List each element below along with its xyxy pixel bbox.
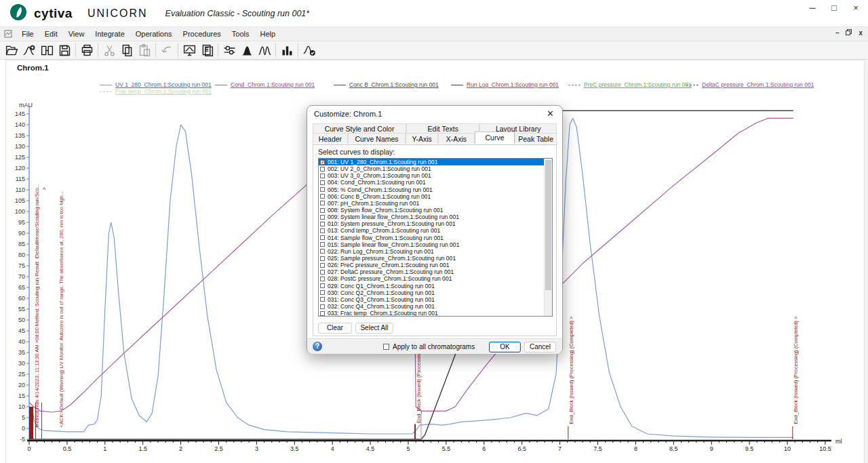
legend-label: Run Log_Chrom.1:Scouting run 001 <box>467 81 559 88</box>
curve-checkbox[interactable] <box>320 180 325 185</box>
curve-list-item[interactable]: 015: Sample linear flow_Chrom.1:Scouting… <box>319 241 552 248</box>
svg-text:0: 0 <box>27 445 31 452</box>
curve-checkbox[interactable] <box>320 290 325 295</box>
svg-text:100: 100 <box>15 208 25 215</box>
curve-list-item[interactable]: 007: pH_Chrom.1:Scouting run 001 <box>319 200 552 207</box>
dialog-title: Customize: Chrom.1 <box>307 106 562 122</box>
curve-checkbox[interactable] <box>320 208 325 213</box>
curve-list-item[interactable]: 022: Run Log_Chrom.1:Scouting run 001 <box>319 248 552 255</box>
curve-checkbox[interactable] <box>320 277 325 281</box>
svg-text:15: 15 <box>18 392 25 399</box>
curve-list-item[interactable]: 009: System linear flow_Chrom.1:Scouting… <box>319 214 552 220</box>
curve-label: 010: System pressure_Chrom.1:Scouting ru… <box>328 220 456 227</box>
svg-text:5: 5 <box>22 414 25 421</box>
tab-y-axis[interactable]: Y-Axis <box>406 133 438 144</box>
curve-checkbox[interactable] <box>320 235 325 240</box>
legend-item[interactable]: Run Log_Chrom.1:Scouting run 001 <box>451 81 559 88</box>
legend-item[interactable]: UV 1_280_Chrom.1:Scouting run 001 <box>100 81 212 88</box>
ok-button[interactable]: OK <box>489 342 521 353</box>
tab-curve-names[interactable]: Curve Names <box>348 133 406 144</box>
legend-item[interactable]: Frac temp_Chrom.1:Scouting run 001 <box>100 88 212 95</box>
clear-button[interactable]: Clear <box>318 323 352 334</box>
curve-checkbox[interactable] <box>320 215 325 220</box>
legend-item[interactable]: DeltaC pressure_Chrom.1:Scouting run 001 <box>686 81 814 88</box>
curve-list-item[interactable]: ✓001: UV 1_280_Chrom.1:Scouting run 001 <box>319 159 552 165</box>
curve-checkbox[interactable] <box>320 283 325 288</box>
svg-text:1.5: 1.5 <box>138 445 147 452</box>
curve-checkbox[interactable] <box>320 194 325 199</box>
tab-x-axis[interactable]: X-Axis <box>438 133 475 144</box>
curve-label: 005: % Cond_Chrom.1:Scouting run 001 <box>328 186 433 193</box>
curve-checkbox[interactable] <box>320 201 325 205</box>
curve-checkbox[interactable] <box>320 174 325 178</box>
legend-item[interactable]: PreC pressure_Chrom.1:Scouting run 001 <box>568 81 692 88</box>
curve-label: 004: Cond_Chrom.1:Scouting run 001 <box>328 179 426 186</box>
curve-list-item[interactable]: 029: Conc Q1_Chrom.1:Scouting run 001 <box>319 283 552 289</box>
curve-list-item[interactable]: 027: DeltaC pressure_Chrom.1:Scouting ru… <box>319 268 552 275</box>
curve-label: 008: System flow_Chrom.1:Scouting run 00… <box>328 207 443 214</box>
curve-checkbox[interactable] <box>320 297 325 302</box>
curve-list-item[interactable]: 004: Cond_Chrom.1:Scouting run 001 <box>319 179 552 186</box>
curve-checkbox[interactable] <box>320 256 325 261</box>
help-icon[interactable]: ? <box>313 342 322 351</box>
curve-list-item[interactable]: 031: Conc Q3_Chrom.1:Scouting run 001 <box>319 296 552 303</box>
apply-all-checkbox[interactable] <box>383 344 389 350</box>
apply-all-label: Apply to all chromatograms <box>393 343 475 350</box>
svg-text:105: 105 <box>15 197 25 204</box>
svg-text:2.5: 2.5 <box>214 445 223 452</box>
curve-checkbox[interactable] <box>320 242 325 247</box>
svg-text:0.5: 0.5 <box>63 445 72 452</box>
svg-text:3.5: 3.5 <box>290 445 299 452</box>
curve-list-item[interactable]: 025: Sample pressure_Chrom.1:Scouting ru… <box>319 255 552 262</box>
select-all-button[interactable]: Select All <box>355 323 393 334</box>
curve-list-item[interactable]: 010: System pressure_Chrom.1:Scouting ru… <box>319 220 552 227</box>
curve-list-item[interactable]: 013: Cond temp_Chrom.1:Scouting run 001 <box>319 227 552 234</box>
svg-text:95: 95 <box>18 219 25 226</box>
curve-checkbox[interactable]: ✓ <box>320 160 325 165</box>
curve-list-item[interactable]: 030: Conc Q2_Chrom.1:Scouting run 001 <box>319 289 552 296</box>
curve-label: 014: Sample flow_Chrom.1:Scouting run 00… <box>328 235 443 241</box>
curve-list-item[interactable]: 026: PreC pressure_Chrom.1:Scouting run … <box>319 262 552 268</box>
scrollbar-thumb[interactable] <box>545 160 551 290</box>
curve-list-item[interactable]: 032: Conc Q4_Chrom.1:Scouting run 001 <box>319 303 552 310</box>
tab-curve[interactable]: Curve <box>475 132 515 144</box>
curve-list-item[interactable]: 002: UV 2_0_Chrom.1:Scouting run 001 <box>319 165 552 172</box>
curve-list-item[interactable]: 008: System flow_Chrom.1:Scouting run 00… <box>319 207 552 214</box>
curve-checkbox[interactable] <box>320 228 325 233</box>
curve-listbox[interactable]: ✓001: UV 1_280_Chrom.1:Scouting run 0010… <box>318 158 553 317</box>
curve-label: 030: Conc Q2_Chrom.1:Scouting run 001 <box>328 289 435 296</box>
svg-text:-5: -5 <box>20 436 25 443</box>
curve-list-item[interactable]: 003: UV 3_0_Chrom.1:Scouting run 001 <box>319 172 552 179</box>
curve-list-item[interactable]: 033: Frac temp_Chrom.1:Scouting run 001 <box>319 310 552 317</box>
curve-checkbox[interactable] <box>320 304 325 309</box>
tab-peak-table[interactable]: Peak Table <box>515 133 557 144</box>
curve-label: 032: Conc Q4_Chrom.1:Scouting run 001 <box>328 303 435 310</box>
curve-checkbox[interactable] <box>320 311 325 316</box>
svg-text:0: 0 <box>22 425 25 432</box>
svg-text:^: ^ <box>43 186 46 193</box>
curve-checkbox[interactable] <box>320 187 325 192</box>
listbox-scrollbar[interactable] <box>544 159 552 316</box>
svg-text:End_Block (Issued) (Processing: End_Block (Issued) (Processing) (Complet… <box>793 316 799 424</box>
tab-edit-texts[interactable]: Edit Texts <box>406 123 479 133</box>
legend-line-sample <box>100 85 112 85</box>
curve-checkbox[interactable] <box>320 167 325 172</box>
curve-label: 025: Sample pressure_Chrom.1:Scouting ru… <box>328 255 456 262</box>
svg-text:4.5: 4.5 <box>366 445 375 452</box>
legend-item[interactable]: Cond_Chrom.1:Scouting run 001 <box>215 81 315 88</box>
legend-item[interactable]: Conc B_Chrom.1:Scouting run 001 <box>334 81 439 88</box>
curve-list-item[interactable]: 028: PostC pressure_Chrom.1:Scouting run… <box>319 275 552 282</box>
curve-checkbox[interactable] <box>320 222 325 226</box>
dialog-close-icon[interactable]: ✕ <box>547 108 554 119</box>
cancel-button[interactable]: Cancel <box>524 342 556 353</box>
curve-list-item[interactable]: 005: % Cond_Chrom.1:Scouting run 001 <box>319 186 552 193</box>
curve-list-item[interactable]: 014: Sample flow_Chrom.1:Scouting run 00… <box>319 235 552 241</box>
curve-checkbox[interactable] <box>320 270 325 275</box>
curve-checkbox[interactable] <box>320 249 325 254</box>
curve-checkbox[interactable] <box>320 263 325 268</box>
curve-list-item[interactable]: 006: Conc B_Chrom.1:Scouting run 001 <box>319 193 552 200</box>
svg-text:55: 55 <box>18 306 25 313</box>
tab-curve-style-and-color[interactable]: Curve Style and Color <box>313 123 406 133</box>
tab-header[interactable]: Header <box>313 133 348 144</box>
svg-text:End_Block (Issued) (Processing: End_Block (Issued) (Processing) (Complet… <box>568 316 574 424</box>
